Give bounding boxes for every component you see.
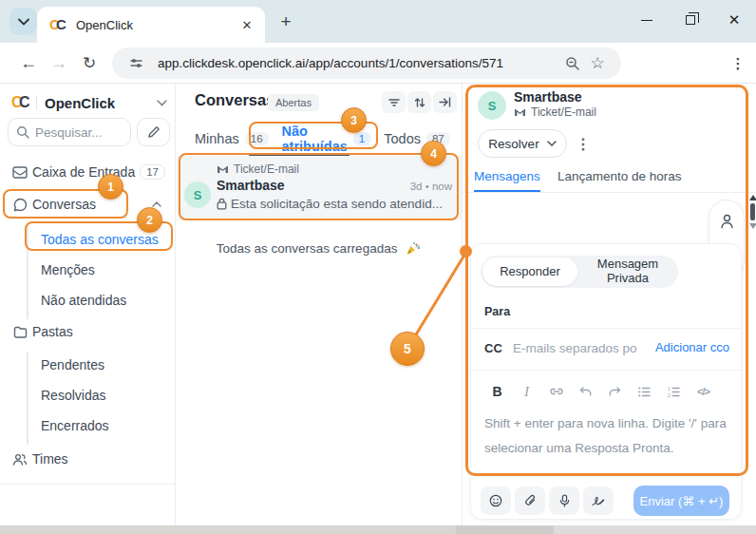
add-bcc-link[interactable]: Adicionar cco — [655, 340, 729, 354]
tab-count-badge: 1 — [353, 132, 370, 145]
close-button[interactable]: ✕ — [712, 0, 756, 40]
link-icon[interactable] — [541, 379, 571, 404]
tab-search-button[interactable] — [9, 8, 37, 35]
minimize-icon — [641, 20, 652, 21]
zoom-out-icon[interactable] — [560, 56, 585, 71]
tab-lancamento-de-horas[interactable]: Lançamento de horas — [558, 167, 682, 192]
tab-mensagens[interactable]: Mensagens — [474, 167, 540, 192]
lock-icon — [217, 198, 227, 210]
chevron-down-icon — [18, 18, 29, 26]
pastas-subgroup: Pendentes Resolvidas Encerrados — [27, 352, 109, 445]
search-icon — [16, 125, 29, 139]
assignee-tabs: Minhas 16 Não atribuídas 1 Todos 87 — [195, 127, 454, 150]
channel-row: Ticket/E-mail — [217, 162, 299, 176]
forward-button[interactable]: → — [45, 43, 73, 84]
new-tab-button[interactable]: + — [274, 10, 298, 34]
sidebar-item-mencoes[interactable]: Menções — [28, 258, 159, 289]
pencil-icon — [147, 125, 161, 139]
sidebar-item-encerrados[interactable]: Encerrados — [28, 414, 109, 445]
more-options-icon[interactable]: ⋮ — [574, 132, 593, 155]
conversation-name: Smartbase — [217, 178, 285, 193]
emoji-icon — [489, 494, 502, 507]
code-icon[interactable]: </> — [689, 379, 718, 404]
browser-toolbar: ← → ↻ app.clickdesk.openclick.ai/app/acc… — [0, 43, 756, 84]
attachment-button[interactable] — [515, 486, 545, 515]
back-button[interactable]: ← — [14, 43, 43, 84]
bold-icon[interactable]: B — [482, 379, 512, 404]
openclick-logo: CC — [11, 94, 34, 111]
contact-person-icon[interactable] — [720, 214, 734, 229]
search-box[interactable] — [8, 118, 131, 146]
signature-button[interactable] — [583, 486, 614, 515]
sidebar-item-nao-atendidas[interactable]: Não atendidas — [28, 289, 159, 319]
scrollbar[interactable] — [749, 195, 756, 240]
avatar: S — [184, 181, 211, 208]
message-input[interactable]: Shift + enter para nova linha. Digite '/… — [484, 411, 733, 461]
avatar: S — [478, 91, 506, 120]
paperclip-icon — [524, 494, 537, 507]
sort-button[interactable] — [407, 91, 431, 113]
signature-icon — [592, 495, 606, 506]
sidebar-item-times[interactable]: Times — [8, 447, 167, 471]
tab-todos[interactable]: Todos 87 — [384, 131, 450, 146]
scroll-down-arrow[interactable] — [749, 223, 756, 229]
browser-tab[interactable]: CC OpenClick ✕ — [37, 7, 265, 43]
italic-icon[interactable]: I — [512, 379, 541, 404]
emoji-button[interactable] — [481, 486, 511, 515]
redo-icon[interactable] — [600, 379, 630, 404]
tab-minhas[interactable]: Minhas 16 — [195, 131, 269, 146]
sidebar-item-todas-as-conversas[interactable]: Todas as conversas — [28, 228, 159, 258]
panel-tabs: Mensagens Lançamento de horas — [474, 167, 756, 192]
filter-button[interactable] — [382, 91, 406, 113]
sidebar-item-conversas[interactable]: Conversas — [8, 192, 167, 217]
sidebar-item-inbox[interactable]: Caixa de Entrada 17 — [8, 160, 167, 184]
sidebar-item-resolvidas[interactable]: Resolvidas — [28, 384, 109, 414]
cc-input[interactable] — [513, 336, 638, 359]
new-conversation-button[interactable] — [137, 118, 170, 146]
svg-text:1: 1 — [668, 387, 671, 391]
chevron-up-icon[interactable] — [152, 201, 161, 207]
conversation-panel: S Smartbase Ticket/E-mail Resolver ⋮ Men… — [463, 84, 756, 525]
brand-divider — [36, 95, 37, 110]
filter-icon — [388, 98, 400, 107]
conversation-card[interactable]: S Ticket/E-mail Smartbase 3d • now Esta … — [177, 156, 462, 220]
contact-name: Smartbase — [514, 89, 582, 105]
status-filter-badge[interactable]: Abertas — [268, 94, 319, 111]
tab-title: OpenClick — [76, 18, 238, 32]
collapse-panel-button[interactable] — [433, 91, 457, 113]
undo-icon[interactable] — [571, 379, 600, 404]
desktop-edge-strip — [0, 525, 756, 534]
scroll-up-arrow[interactable] — [749, 195, 756, 200]
send-button[interactable]: Enviar (⌘ + ↵) — [633, 486, 729, 516]
gmail-icon — [217, 164, 229, 174]
browser-menu-icon[interactable]: ⋮ — [728, 52, 748, 75]
tab-responder[interactable]: Responder — [482, 257, 577, 286]
desktop-edge-segment — [554, 525, 756, 534]
bullet-list-icon[interactable] — [630, 379, 659, 404]
brand-row[interactable]: CC OpenClick — [11, 91, 167, 114]
site-settings-icon[interactable] — [123, 56, 148, 70]
reload-button[interactable]: ↻ — [75, 43, 104, 84]
resolve-button[interactable]: Resolver — [478, 129, 567, 158]
numbered-list-icon[interactable]: 12 — [659, 379, 689, 404]
bookmark-star-icon[interactable]: ☆ — [585, 53, 610, 73]
users-icon — [8, 453, 32, 466]
scroll-thumb[interactable] — [750, 203, 755, 220]
tab-nao-atribuidas[interactable]: Não atribuídas 1 — [282, 124, 371, 154]
restore-button[interactable] — [669, 0, 712, 40]
gmail-icon — [514, 107, 526, 117]
openclick-favicon: CC — [49, 17, 70, 32]
sidebar-item-label: Times — [32, 451, 68, 467]
sidebar-item-pendentes[interactable]: Pendentes — [28, 353, 109, 384]
conversation-preview: Esta solicitação esta sendo atendid... — [217, 197, 450, 211]
audio-record-button[interactable] — [549, 486, 579, 515]
minimize-button[interactable] — [625, 0, 669, 40]
tab-mensagem-privada[interactable]: Mensagem Privada — [577, 257, 678, 286]
search-input[interactable] — [35, 125, 117, 140]
chevron-down-icon[interactable] — [157, 100, 167, 106]
address-bar[interactable]: app.clickdesk.openclick.ai/app/accounts/… — [112, 48, 621, 79]
svg-text:2: 2 — [668, 392, 671, 397]
sidebar-item-pastas[interactable]: Pastas — [8, 319, 167, 344]
tab-close-icon[interactable]: ✕ — [238, 16, 255, 33]
inbox-count-badge: 17 — [140, 164, 165, 180]
